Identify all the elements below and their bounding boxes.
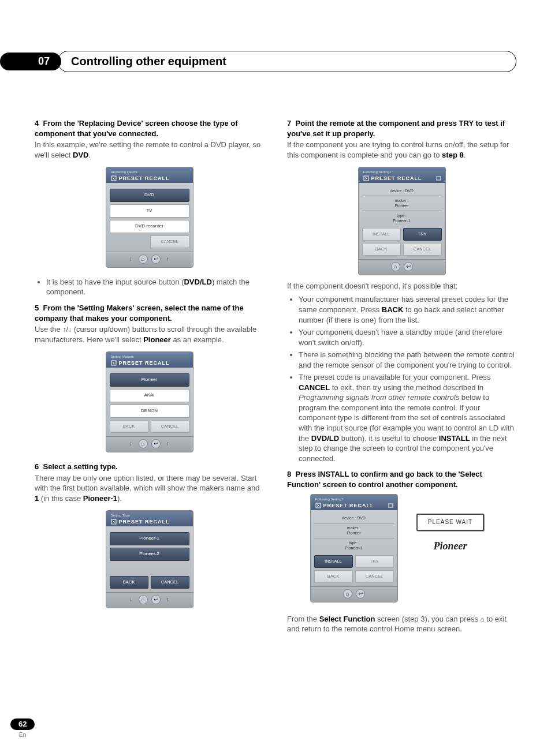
step-4-note: It is best to have the input source butt… [46,277,264,297]
right-column: 7 Point the remote at the component and … [287,113,516,638]
remote-screen-replacing-device: Replacing Device PRESET RECALL DVD TV DV… [106,167,193,268]
back-nav-icon[interactable]: ↩ [151,595,161,604]
option-dvd[interactable]: DVD [110,189,189,202]
back-button[interactable]: BACK [314,570,353,583]
page-number: 62 En [10,718,35,739]
screen-c-title: Setting Type [111,513,189,518]
step-6-head: 6 Select a setting type. [35,462,264,472]
back-nav-icon[interactable]: ↩ [404,262,413,271]
info-maker: maker :Pioneer [362,196,442,211]
remote-screen-following-setting-try: Following Setting? PRESET RECALL device … [358,167,446,275]
try-button[interactable]: TRY [355,555,394,568]
info-maker: maker :Pioneer [314,523,394,538]
option-tv[interactable]: TV [110,204,189,218]
install-button[interactable]: INSTALL [362,228,401,241]
info-device: device : DVD [362,186,442,196]
step-7-lead: If the component doesn't respond, it's p… [287,281,516,291]
left-column: 4 From the 'Replacing Device' screen cho… [35,113,264,638]
option-akai[interactable]: AKAI [110,389,189,402]
back-button[interactable]: BACK [362,243,401,256]
screen-b-title: Setting Makers [111,354,189,359]
home-nav-icon[interactable]: ⌂ [139,595,148,604]
chapter-header: 07 Controlling other equipment [35,51,516,72]
remote-screen-setting-makers: Setting Makers PRESET RECALL Pioneer AKA… [106,351,193,452]
step-4-head: 4 From the 'Replacing Device' screen cho… [35,118,264,139]
screen-d-title: Following Setting? [363,170,442,174]
cancel-button[interactable]: CANCEL [355,570,394,583]
step-8-head: 8 Press INSTALL to confirm and go back t… [287,469,516,489]
step-7-bullets: Your component manufacturer has several … [287,294,516,463]
home-icon: ⌂ [481,615,485,623]
svg-rect-7 [388,504,393,507]
cancel-button[interactable]: CANCEL [150,235,189,248]
cancel-button[interactable]: CANCEL [151,420,189,433]
cancel-button[interactable]: CANCEL [403,243,442,256]
step-7-head: 7 Point the remote at the component and … [287,118,516,139]
pioneer-logo: Pioneer [434,539,467,553]
remote-screen-setting-type: Setting Type PRESET RECALL Pioneer-1 Pio… [106,510,193,608]
home-nav-icon[interactable]: ⌂ [391,262,400,271]
step-4-body: In this example, we're setting the remot… [35,140,264,160]
back-nav-icon[interactable]: ↩ [356,589,365,598]
home-nav-icon[interactable]: ⌂ [139,255,148,264]
arrow-up-icon: ↑ [164,440,172,448]
back-button[interactable]: BACK [110,420,148,433]
option-pioneer-1[interactable]: Pioneer-1 [110,532,189,545]
remote-icon [111,360,117,366]
option-pioneer-2[interactable]: Pioneer-2 [110,548,189,561]
please-wait-label: PLEASE WAIT [416,514,484,531]
screen-d2-title: Following Setting? [315,497,394,501]
battery-icon [436,175,442,181]
screen-a-title: Replacing Device [111,170,189,174]
arrow-down-icon: ↓ [127,255,135,263]
svg-rect-4 [436,177,441,180]
cursor-up-icon: ↑ [62,325,66,334]
step-6-body: There may be only one option listed, or … [35,473,264,504]
remote-icon [363,175,369,181]
svg-rect-5 [441,178,441,179]
please-wait-panel: PLEASE WAIT Pioneer [407,491,494,553]
step-5-body: Use the ↑/↓ (cursor up/down) buttons to … [35,324,264,345]
back-nav-icon[interactable]: ↩ [151,439,161,448]
info-type: type :Pioneer-1 [314,538,394,553]
arrow-up-icon: ↑ [164,255,172,263]
home-nav-icon[interactable]: ⌂ [139,439,148,448]
chapter-number: 07 [0,53,61,70]
back-nav-icon[interactable]: ↩ [151,255,161,264]
step-8-tail: From the Select Function screen (step 3)… [287,614,516,634]
remote-icon [111,175,117,181]
step-7-body: If the component you are trying to contr… [287,140,516,160]
cancel-button[interactable]: CANCEL [151,576,189,589]
arrow-down-icon: ↓ [127,596,135,604]
remote-icon [315,503,321,508]
arrow-up-icon: ↑ [164,596,172,604]
step-5-head: 5 From the 'Setting Makers' screen, sele… [35,303,264,323]
back-button[interactable]: BACK [110,576,148,589]
svg-rect-8 [393,505,393,506]
remote-screen-following-setting-install: Following Setting? PRESET RECALL device … [310,494,398,602]
option-pioneer[interactable]: Pioneer [110,373,189,387]
arrow-down-icon: ↓ [127,440,135,448]
option-denon[interactable]: DENON [110,405,189,418]
info-type: type :Pioneer-1 [362,211,442,226]
install-button[interactable]: INSTALL [314,555,353,568]
battery-icon [388,503,394,508]
option-dvd-recorder[interactable]: DVD recorder [110,220,189,233]
home-nav-icon[interactable]: ⌂ [343,589,352,598]
remote-icon [111,519,117,525]
chapter-title: Controlling other equipment [58,51,516,72]
try-button[interactable]: TRY [403,228,442,241]
info-device: device : DVD [314,514,394,523]
